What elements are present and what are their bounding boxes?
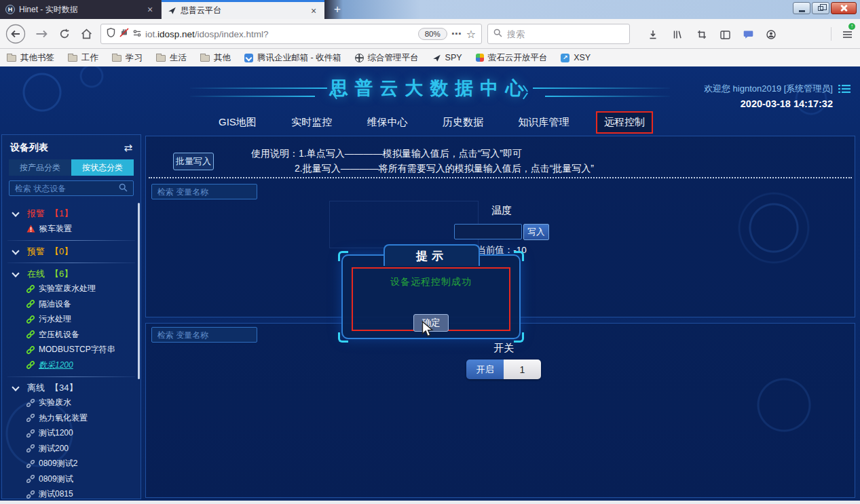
url-text[interactable]: iot.idosp.net/idosp/index.html? bbox=[145, 29, 414, 39]
switch-toggle[interactable]: 开启 1 bbox=[466, 360, 541, 379]
url-bar[interactable]: iot.idosp.net/idosp/index.html? 80% ⋯ ☆ bbox=[100, 24, 482, 44]
group-count: 【0】 bbox=[50, 246, 73, 258]
device-item[interactable]: 测试0815 bbox=[2, 487, 141, 503]
device-search-input[interactable] bbox=[15, 184, 119, 193]
window-controls bbox=[793, 2, 857, 14]
main-navigation: GIS地图实时监控维保中心历史数据知识库管理远程控制 bbox=[212, 110, 652, 134]
device-item[interactable]: MODBUSTCP字符串 bbox=[2, 343, 141, 358]
bookmark-item-2[interactable]: 学习 bbox=[112, 52, 143, 64]
device-item[interactable]: 实验室废水处理 bbox=[2, 282, 141, 297]
plane-icon bbox=[432, 54, 441, 62]
nav-item-0[interactable]: GIS地图 bbox=[212, 113, 263, 132]
window-minimize-button[interactable] bbox=[793, 2, 810, 14]
device-name: 隔油设备 bbox=[39, 298, 71, 310]
bookmark-item-6[interactable]: 综合管理平台 bbox=[355, 52, 419, 64]
device-item[interactable]: 数采1200 bbox=[2, 357, 141, 373]
group-count: 【6】 bbox=[50, 268, 73, 280]
usage-instructions-line2: 2.批量写入————将所有需要写入的模拟量输入值后，点击“批量写入” bbox=[295, 163, 594, 175]
sidebar-toggle-icon[interactable] bbox=[718, 28, 732, 41]
device-item[interactable]: 空压机设备 bbox=[2, 327, 141, 343]
analog-value-input[interactable] bbox=[454, 224, 522, 239]
list-menu-icon[interactable] bbox=[838, 84, 850, 96]
device-item[interactable]: 测试1200 bbox=[2, 426, 141, 442]
variable-search-input[interactable] bbox=[157, 330, 251, 340]
tab-close-icon[interactable]: × bbox=[308, 5, 319, 16]
minimize-icon bbox=[799, 10, 805, 12]
home-button[interactable] bbox=[76, 24, 96, 44]
browser-tab-sipu[interactable]: 思普云平台 × bbox=[162, 0, 324, 19]
variable-search-box[interactable] bbox=[151, 327, 257, 343]
variable-search-box[interactable] bbox=[151, 184, 257, 199]
device-name: 0809测试2 bbox=[39, 458, 77, 469]
zoom-level-badge[interactable]: 80% bbox=[418, 28, 447, 40]
link-icon bbox=[26, 285, 35, 293]
search-icon bbox=[119, 182, 128, 195]
device-item[interactable]: 热力氧化装置 bbox=[2, 410, 141, 426]
bookmark-item-0[interactable]: 其他书签 bbox=[7, 52, 54, 64]
sidebar-tab-1[interactable]: 按状态分类 bbox=[71, 159, 134, 176]
tab-close-icon[interactable]: × bbox=[145, 4, 155, 15]
downloads-icon[interactable] bbox=[646, 28, 660, 41]
nav-item-3[interactable]: 历史数据 bbox=[436, 113, 490, 132]
menu-hamburger-icon[interactable] bbox=[840, 28, 854, 41]
write-button[interactable]: 写入 bbox=[523, 224, 549, 240]
switch-on-button[interactable]: 开启 bbox=[466, 360, 504, 379]
sidebar-scrollbar[interactable] bbox=[138, 203, 140, 379]
bookmark-item-1[interactable]: 工作 bbox=[68, 52, 98, 64]
variable-name-label: 温度 bbox=[454, 204, 549, 217]
device-group-header-3[interactable]: 离线【34】 bbox=[2, 381, 141, 395]
device-group-header-2[interactable]: 在线【6】 bbox=[2, 267, 141, 282]
device-item[interactable]: 测试200 bbox=[2, 441, 141, 457]
bookmark-item-7[interactable]: SPY bbox=[432, 53, 462, 62]
group-label: 在线 bbox=[27, 268, 45, 280]
chat-icon[interactable] bbox=[741, 28, 755, 41]
device-group-header-1[interactable]: 预警【0】 bbox=[2, 244, 141, 259]
device-item[interactable]: 猴车装置 bbox=[2, 221, 141, 237]
bookmark-label: 其他书签 bbox=[20, 52, 54, 64]
bookmark-item-9[interactable]: ↗XSY bbox=[561, 53, 591, 62]
browser-tab-hinet[interactable]: H Hinet - 实时数据 × bbox=[0, 0, 162, 19]
device-search-box[interactable] bbox=[9, 180, 134, 196]
batch-write-button[interactable]: 批量写入 bbox=[173, 153, 214, 170]
library-icon[interactable] bbox=[671, 28, 684, 41]
close-icon bbox=[840, 5, 847, 12]
forward-button[interactable] bbox=[31, 24, 52, 44]
swap-icon[interactable]: ⇄ bbox=[124, 142, 132, 154]
window-restore-button[interactable] bbox=[812, 2, 829, 14]
device-item[interactable]: 0809测试 bbox=[2, 471, 141, 487]
screenshot-icon[interactable] bbox=[695, 28, 709, 41]
tab-title: Hinet - 实时数据 bbox=[19, 4, 141, 16]
account-icon[interactable] bbox=[764, 28, 778, 41]
shield-icon[interactable] bbox=[107, 28, 115, 40]
search-input[interactable] bbox=[507, 29, 609, 39]
device-item[interactable]: 隔油设备 bbox=[2, 296, 141, 312]
bookmark-item-4[interactable]: 其他 bbox=[200, 52, 231, 64]
permissions-icon[interactable] bbox=[133, 28, 141, 40]
plugin-blocked-icon[interactable] bbox=[119, 28, 129, 40]
bookmark-item-5[interactable]: 腾讯企业邮箱 - 收件箱 bbox=[244, 52, 341, 64]
group-count: 【1】 bbox=[50, 208, 73, 220]
device-item[interactable]: 实验废水 bbox=[2, 395, 141, 411]
new-tab-button[interactable]: + bbox=[329, 1, 346, 18]
window-close-button[interactable] bbox=[831, 2, 857, 14]
arrow-square-icon: ↗ bbox=[561, 54, 569, 62]
bookmark-star-icon[interactable]: ☆ bbox=[466, 28, 476, 41]
folder-icon bbox=[7, 55, 16, 62]
nav-item-1[interactable]: 实时监控 bbox=[284, 113, 339, 132]
back-button[interactable] bbox=[5, 24, 26, 44]
nav-item-4[interactable]: 知识库管理 bbox=[512, 113, 576, 132]
nav-item-2[interactable]: 维保中心 bbox=[360, 113, 415, 132]
bookmark-item-8[interactable]: 萤石云开放平台 bbox=[476, 52, 548, 64]
device-item[interactable]: 0809测试2 bbox=[2, 457, 141, 472]
bookmark-item-3[interactable]: 生活 bbox=[156, 52, 187, 64]
nav-item-5[interactable]: 远程控制 bbox=[597, 113, 652, 132]
page-actions-icon[interactable]: ⋯ bbox=[451, 28, 462, 40]
device-item[interactable]: 污水处理 bbox=[2, 312, 141, 328]
device-name: 数采1200 bbox=[39, 360, 73, 371]
variable-search-input[interactable] bbox=[157, 187, 251, 197]
sidebar-tab-0[interactable]: 按产品分类 bbox=[9, 159, 71, 176]
search-bar[interactable] bbox=[487, 24, 630, 44]
reload-button[interactable] bbox=[54, 24, 75, 44]
device-group-header-0[interactable]: 报警【1】 bbox=[2, 206, 141, 221]
globe-icon bbox=[355, 54, 364, 62]
